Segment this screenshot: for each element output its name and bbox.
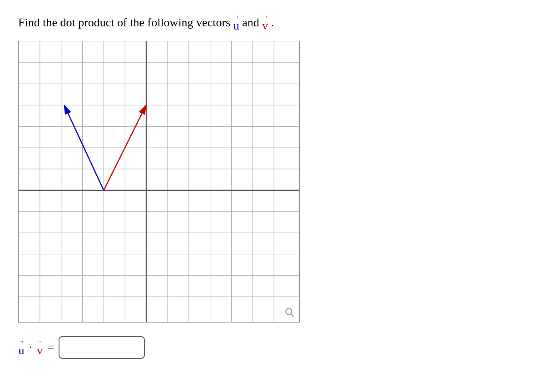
title-and: and [242, 16, 259, 30]
zoom-icon[interactable] [284, 307, 296, 318]
svg-point-26 [286, 308, 292, 314]
svg-line-27 [291, 314, 294, 317]
u-vector-label: → u [233, 14, 239, 32]
u-vector [66, 109, 104, 190]
v-vector-label: → v [262, 14, 268, 32]
graph-area [18, 41, 300, 323]
answer-v-label: → v [37, 338, 43, 357]
graph-svg [19, 41, 299, 322]
answer-row: → u · → v = [18, 336, 527, 359]
answer-input[interactable] [59, 336, 145, 359]
problem-title: Find the dot product of the following ve… [18, 14, 527, 32]
title-suffix: . [271, 16, 274, 30]
equals-sign: = [48, 341, 54, 354]
dot-product-symbol: · [29, 341, 32, 354]
v-vector [104, 109, 144, 190]
answer-u-label: → u [18, 338, 25, 357]
title-prefix: Find the dot product of the following ve… [18, 16, 230, 30]
